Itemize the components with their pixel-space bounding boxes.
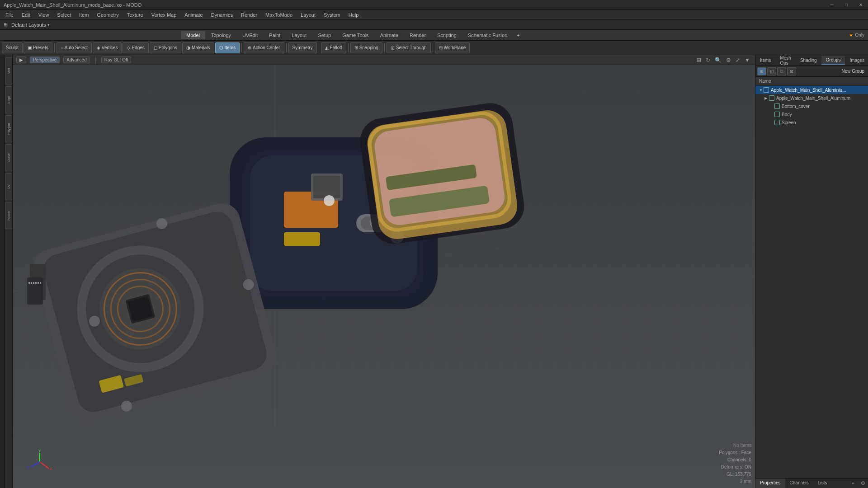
tab-setup[interactable]: Setup [312, 31, 336, 39]
vertices-button[interactable]: ◈ Vertices [93, 42, 122, 53]
rpanel-btn-3[interactable]: □ [777, 67, 786, 75]
tab-topology[interactable]: Topology [206, 31, 236, 39]
rpanel-btn-4[interactable]: ⊠ [787, 67, 796, 75]
vp-refresh-icon[interactable]: ↻ [704, 56, 712, 64]
items-label: Items [225, 45, 236, 50]
main-layout: Vert Edge Polygon Curve UV Fusion ▶ Pers… [0, 55, 868, 488]
add-tab-button[interactable]: + [513, 31, 523, 39]
polygons-button[interactable]: ◻ Polygons [150, 42, 181, 53]
side-btn-fusion[interactable]: Fusion [5, 202, 12, 229]
vp-maximize-icon[interactable]: ⊞ [695, 56, 703, 64]
maximize-button[interactable]: □ [839, 0, 854, 10]
menu-render[interactable]: Render [237, 11, 261, 19]
tab-uvedit[interactable]: UVEdit [237, 31, 263, 39]
vp-close-icon[interactable]: ▼ [743, 56, 751, 64]
menu-system[interactable]: System [320, 11, 344, 19]
tab-layout[interactable]: Layout [286, 31, 312, 39]
tab-animate[interactable]: Animate [375, 31, 404, 39]
rpanel-tab-channels[interactable]: Channels [785, 479, 813, 488]
polygons-icon: ◻ [154, 45, 157, 50]
new-group-label[interactable]: New Group [841, 69, 866, 74]
menu-animate[interactable]: Animate [181, 11, 206, 19]
separator-6 [384, 43, 385, 52]
menu-texture[interactable]: Texture [123, 11, 147, 19]
layout-name[interactable]: Default Layouts [9, 22, 47, 28]
rpanel-btn-1[interactable]: ⊞ [757, 67, 766, 75]
svg-rect-13 [284, 232, 320, 246]
side-btn-curve[interactable]: Curve [5, 144, 12, 171]
menu-maxtomode[interactable]: MaxToModo [262, 11, 296, 19]
rpanel-bottom-settings[interactable]: ⚙ [858, 479, 868, 488]
layout-dropdown-arrow[interactable]: ▾ [47, 23, 50, 27]
side-btn-edge[interactable]: Edge [5, 86, 12, 113]
menu-geometry[interactable]: Geometry [93, 11, 122, 19]
separator-5 [348, 43, 349, 52]
minimize-button[interactable]: ─ [825, 0, 839, 10]
vertices-icon: ◈ [97, 45, 100, 50]
rpanel-tab-lists[interactable]: Lists [813, 479, 832, 488]
menu-item[interactable]: Item [75, 11, 92, 19]
symmetry-button[interactable]: Symmetry [288, 42, 317, 53]
materials-button[interactable]: ◑ Materials [182, 42, 214, 53]
tab-gametools[interactable]: Game Tools [337, 31, 374, 39]
rpanel-bottom-plus[interactable]: + [848, 479, 858, 488]
rpanel-tab-groups[interactable]: Groups [821, 56, 845, 65]
presets-button[interactable]: ▣ Presets [24, 42, 52, 53]
side-btn-polygon[interactable]: Polygon [5, 115, 12, 142]
menu-edit[interactable]: Edit [18, 11, 34, 19]
menu-help[interactable]: Help [345, 11, 363, 19]
raygl-button[interactable]: Ray GL: Off [101, 56, 132, 63]
tab-model[interactable]: Model [181, 31, 205, 39]
viewport-canvas[interactable]: No Items Polygons : Face Channels: 0 Def… [13, 65, 755, 488]
viewport-triangle[interactable]: ▶ [16, 56, 26, 63]
tree-expand-1[interactable]: ▶ [764, 96, 769, 100]
side-btn-vert[interactable]: Vert [5, 57, 12, 84]
menu-dynamics[interactable]: Dynamics [208, 11, 236, 19]
menu-view[interactable]: View [35, 11, 53, 19]
tree-item-1[interactable]: ▶ Apple_Watch_Main_Shell_Aluminum [755, 94, 868, 102]
vp-zoom-icon[interactable]: 🔍 [713, 56, 723, 64]
tree-item-3[interactable]: ▶ Body [755, 110, 868, 118]
perspective-button[interactable]: Perspective [30, 56, 60, 63]
rpanel-tab-shading[interactable]: Shading [796, 56, 821, 64]
workplane-button[interactable]: ⊟ WorkPlane [435, 42, 470, 53]
tree-item-4[interactable]: ▶ Screen [755, 118, 868, 127]
rpanel-tab-items[interactable]: Items [755, 56, 775, 64]
vp-expand-icon[interactable]: ⤢ [734, 56, 741, 64]
tree-expand-0[interactable]: ▼ [759, 88, 764, 92]
auto-select-button[interactable]: ⬦ Auto Select [57, 42, 92, 53]
sculpt-button[interactable]: Sculpt [2, 42, 23, 53]
menu-select[interactable]: Select [53, 11, 75, 19]
snapping-label: Snapping [359, 45, 378, 50]
falloff-button[interactable]: ◭ Falloff [321, 42, 346, 53]
select-through-button[interactable]: ◎ Select Through [387, 42, 431, 53]
snapping-button[interactable]: ⊞ Snapping [350, 42, 382, 53]
items-button[interactable]: ⬡ Items [215, 42, 240, 53]
tab-paint[interactable]: Paint [264, 31, 286, 39]
tab-scripting[interactable]: Scripting [432, 31, 462, 39]
tree-item-0[interactable]: ▼ Apple_Watch_Main_Shell_Aluminiu... [755, 86, 868, 94]
close-button[interactable]: ✕ [854, 0, 868, 10]
edges-button[interactable]: ◇ Edges [123, 42, 148, 53]
rpanel-tab-properties[interactable]: Properties [755, 479, 785, 488]
action-center-button[interactable]: ⊕ Action Center [244, 42, 284, 53]
axis-svg: X Y Z [26, 448, 53, 475]
tab-schematicfusion[interactable]: Schematic Fusion [462, 31, 513, 39]
rpanel-btn-2[interactable]: ◱ [767, 67, 776, 75]
sculpt-label: Sculpt [6, 45, 19, 50]
separator-3 [286, 43, 287, 52]
menu-file[interactable]: File [2, 11, 17, 19]
menu-vertexmap[interactable]: Vertex Map [148, 11, 180, 19]
only-label[interactable]: Only [855, 33, 864, 38]
viewport-area[interactable]: ▶ Perspective Advanced Ray GL: Off ⊞ ↻ 🔍… [13, 55, 755, 488]
vp-settings-icon[interactable]: ⚙ [725, 56, 732, 64]
rpanel-tab-meshops[interactable]: Mesh Ops [775, 54, 795, 67]
menu-layout[interactable]: Layout [297, 11, 319, 19]
watch-models-svg [13, 65, 755, 488]
rpanel-tab-images[interactable]: Images [845, 56, 868, 64]
tree-icon-0 [764, 87, 769, 93]
advanced-button[interactable]: Advanced [63, 56, 90, 63]
tab-render[interactable]: Render [404, 31, 431, 39]
tree-item-2[interactable]: ▶ Bottom_cover [755, 102, 868, 110]
side-btn-uv[interactable]: UV [5, 173, 12, 200]
